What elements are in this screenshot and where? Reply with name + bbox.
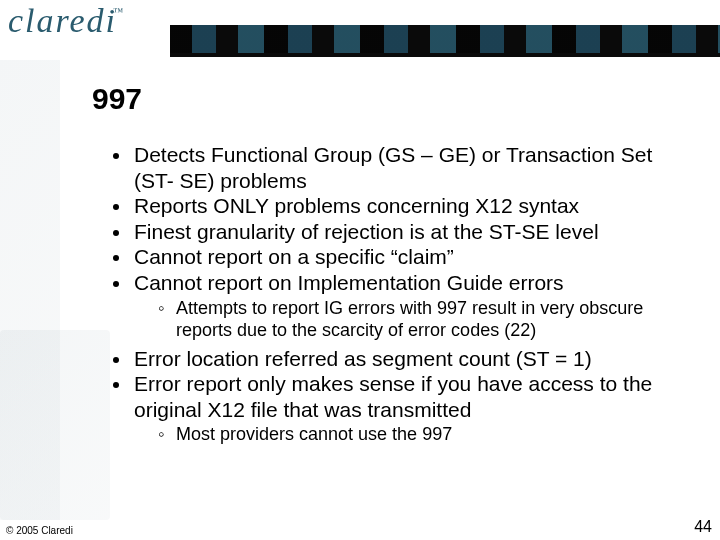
background-decoration xyxy=(0,330,110,520)
logo-trademark: ™ xyxy=(113,6,125,17)
sub-bullet-text: Attempts to report IG errors with 997 re… xyxy=(176,298,643,340)
footer-copyright: © 2005 Claredi xyxy=(6,525,73,536)
bullet-list: Detects Functional Group (GS – GE) or Tr… xyxy=(110,142,680,446)
slide-header: claredi™ xyxy=(0,0,720,58)
bullet-item: Reports ONLY problems concerning X12 syn… xyxy=(132,193,680,219)
bullet-item: Cannot report on Implementation Guide er… xyxy=(132,270,680,342)
bullet-item: Error location referred as segment count… xyxy=(132,346,680,372)
bullet-text: Finest granularity of rejection is at th… xyxy=(134,220,599,243)
page-number: 44 xyxy=(694,518,712,536)
bullet-item: Error report only makes sense if you hav… xyxy=(132,371,680,446)
bullet-text: Cannot report on Implementation Guide er… xyxy=(134,271,564,294)
sub-bullet-list: Most providers cannot use the 997 xyxy=(134,424,680,446)
bullet-text: Detects Functional Group (GS – GE) or Tr… xyxy=(134,143,652,192)
logo-text: claredi xyxy=(8,2,117,39)
logo: claredi™ xyxy=(8,2,129,40)
sub-bullet-text: Most providers cannot use the 997 xyxy=(176,424,452,444)
bullet-item: Detects Functional Group (GS – GE) or Tr… xyxy=(132,142,680,193)
slide: claredi™ 997 Detects Functional Group (G… xyxy=(0,0,720,540)
slide-title: 997 xyxy=(92,82,142,116)
sub-bullet-list: Attempts to report IG errors with 997 re… xyxy=(134,298,680,342)
sub-bullet-item: Most providers cannot use the 997 xyxy=(162,424,680,446)
slide-body: Detects Functional Group (GS – GE) or Tr… xyxy=(110,142,680,450)
bullet-item: Cannot report on a specific “claim” xyxy=(132,244,680,270)
bullet-item: Finest granularity of rejection is at th… xyxy=(132,219,680,245)
bullet-text: Error location referred as segment count… xyxy=(134,347,592,370)
bullet-text: Error report only makes sense if you hav… xyxy=(134,372,652,421)
bullet-text: Reports ONLY problems concerning X12 syn… xyxy=(134,194,579,217)
logo-container: claredi™ xyxy=(0,0,170,58)
sub-bullet-item: Attempts to report IG errors with 997 re… xyxy=(162,298,680,342)
bullet-text: Cannot report on a specific “claim” xyxy=(134,245,454,268)
